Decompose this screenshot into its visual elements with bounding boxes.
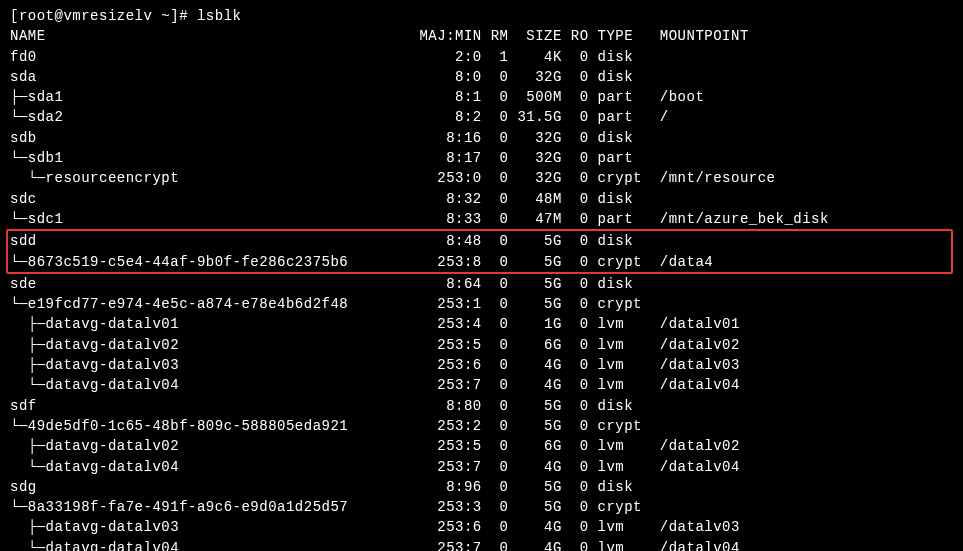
lsblk-row: ├─datavg-datalv02 253:5 0 6G 0 lvm /data… (10, 335, 953, 355)
lsblk-row: └─49de5df0-1c65-48bf-809c-588805eda921 2… (10, 416, 953, 436)
lsblk-row: sdb 8:16 0 32G 0 disk (10, 128, 953, 148)
lsblk-row: sdc 8:32 0 48M 0 disk (10, 189, 953, 209)
lsblk-row: sda 8:0 0 32G 0 disk (10, 67, 953, 87)
lsblk-row: sdd 8:48 0 5G 0 disk (10, 231, 951, 251)
lsblk-row: └─sdb1 8:17 0 32G 0 part (10, 148, 953, 168)
lsblk-row: └─e19fcd77-e974-4e5c-a874-e78e4b6d2f48 2… (10, 294, 953, 314)
terminal-output: [root@vmresizelv ~]# lsblkNAME MAJ:MIN R… (10, 6, 953, 551)
lsblk-header: NAME MAJ:MIN RM SIZE RO TYPE MOUNTPOINT (10, 26, 953, 46)
lsblk-row: ├─sda1 8:1 0 500M 0 part /boot (10, 87, 953, 107)
lsblk-row: ├─datavg-datalv01 253:4 0 1G 0 lvm /data… (10, 314, 953, 334)
lsblk-row: └─sda2 8:2 0 31.5G 0 part / (10, 107, 953, 127)
lsblk-row: fd0 2:0 1 4K 0 disk (10, 47, 953, 67)
lsblk-row: └─8673c519-c5e4-44af-9b0f-fe286c2375b6 2… (10, 252, 951, 272)
lsblk-row: ├─datavg-datalv03 253:6 0 4G 0 lvm /data… (10, 517, 953, 537)
shell-prompt-line: [root@vmresizelv ~]# lsblk (10, 6, 953, 26)
lsblk-row: ├─datavg-datalv02 253:5 0 6G 0 lvm /data… (10, 436, 953, 456)
lsblk-row: ├─datavg-datalv03 253:6 0 4G 0 lvm /data… (10, 355, 953, 375)
lsblk-row: └─sdc1 8:33 0 47M 0 part /mnt/azure_bek_… (10, 209, 953, 229)
lsblk-row: sdg 8:96 0 5G 0 disk (10, 477, 953, 497)
lsblk-row: └─resourceencrypt 253:0 0 32G 0 crypt /m… (10, 168, 953, 188)
lsblk-row: sdf 8:80 0 5G 0 disk (10, 396, 953, 416)
lsblk-row: └─datavg-datalv04 253:7 0 4G 0 lvm /data… (10, 538, 953, 551)
lsblk-row: sde 8:64 0 5G 0 disk (10, 274, 953, 294)
lsblk-row: └─datavg-datalv04 253:7 0 4G 0 lvm /data… (10, 375, 953, 395)
lsblk-row: └─datavg-datalv04 253:7 0 4G 0 lvm /data… (10, 457, 953, 477)
lsblk-row: └─8a33198f-fa7e-491f-a9c6-e9d0a1d25d57 2… (10, 497, 953, 517)
highlighted-block: sdd 8:48 0 5G 0 disk └─8673c519-c5e4-44a… (6, 229, 953, 274)
